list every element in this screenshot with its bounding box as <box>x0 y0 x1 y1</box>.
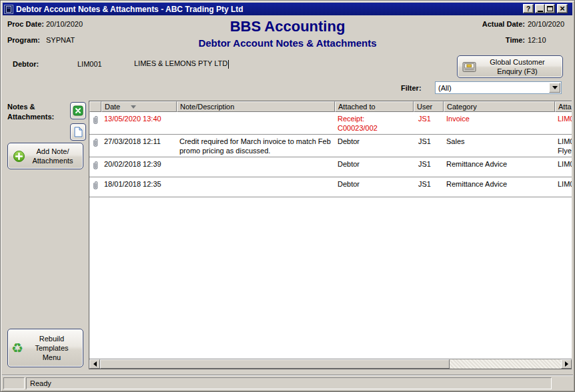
scrollbar-thumb[interactable] <box>100 359 450 369</box>
filter-dropdown[interactable]: (All) <box>435 81 562 94</box>
table-row[interactable]: 27/03/2018 12:11Credit required for Marc… <box>89 135 572 157</box>
minimize-icon <box>538 11 543 12</box>
actual-date-value: 20/10/2020 <box>528 20 564 28</box>
debtor-code[interactable]: LIM001 <box>77 60 102 68</box>
help-button[interactable]: ? <box>523 4 534 13</box>
cell-note: Credit required for March invoice to mat… <box>177 135 335 157</box>
document-icon <box>73 127 83 137</box>
cell-user: JS1 <box>414 112 444 134</box>
status-text: Ready <box>30 379 51 387</box>
column-header-label: Date <box>105 103 120 111</box>
global-customer-enquiry-button[interactable]: Global Customer Enquiry (F3) <box>457 55 563 78</box>
column-header-atta[interactable]: Atta <box>555 101 572 112</box>
cell-user: JS1 <box>414 177 444 197</box>
status-divider <box>2 375 573 376</box>
cell-note <box>177 157 335 177</box>
filter-value: (All) <box>438 84 452 92</box>
scrollbar-track[interactable] <box>450 359 561 369</box>
cell-category: Remittance Advice <box>444 177 555 197</box>
column-header-category[interactable]: Category <box>444 101 555 112</box>
table-header: DateNote/DescriptionAttached toUserCateg… <box>89 101 572 112</box>
maximize-button[interactable] <box>545 4 555 13</box>
scroll-right-button[interactable] <box>561 359 572 369</box>
table-row[interactable]: 13/05/2020 13:40Receipt: C00023/002JS1In… <box>89 112 572 135</box>
cell-attachment-icon <box>89 112 101 134</box>
recycle-icon: ♻ <box>11 341 23 355</box>
arrow-left-icon <box>93 361 97 367</box>
cell-date: 13/05/2020 13:40 <box>101 112 177 134</box>
export-excel-button[interactable] <box>70 102 86 119</box>
status-panel-main: Ready <box>26 377 552 389</box>
column-header-icon[interactable] <box>89 101 101 112</box>
scroll-left-button[interactable] <box>89 359 100 369</box>
debtor-label: Debtor: <box>13 60 39 68</box>
cell-attachment: LIM0 <box>555 112 572 134</box>
rebuild-templates-menu-button[interactable]: ♻ Rebuild Templates Menu <box>7 329 83 367</box>
arrow-right-icon <box>565 361 568 367</box>
card-file-icon <box>462 61 476 73</box>
title-bar[interactable]: Debtor Account Notes & Attachments - ABC… <box>3 3 572 15</box>
column-header-attached-to[interactable]: Attached to <box>335 101 414 112</box>
column-header-date[interactable]: Date <box>101 101 177 112</box>
plus-icon <box>13 150 25 163</box>
cell-attached_to: Debtor <box>335 177 414 197</box>
table-row[interactable]: 18/01/2018 12:35DebtorJS1Remittance Advi… <box>89 177 572 197</box>
cell-date: 18/01/2018 12:35 <box>101 177 177 197</box>
paperclip-icon <box>91 180 99 191</box>
column-header-user[interactable]: User <box>414 101 444 112</box>
status-panel-left <box>3 377 25 389</box>
column-header-label: Category <box>447 103 477 111</box>
window-title: Debtor Account Notes & Attachments - ABC… <box>16 5 243 14</box>
column-header-note-description[interactable]: Note/Description <box>177 101 335 112</box>
table-body: 13/05/2020 13:40Receipt: C00023/002JS1In… <box>89 112 572 359</box>
cell-date: 20/02/2018 12:39 <box>101 157 177 177</box>
close-icon: × <box>560 5 565 12</box>
cell-attached_to: Debtor <box>335 135 414 157</box>
cell-attachment: LIM0 <box>555 157 572 177</box>
status-bar: Ready <box>2 377 573 391</box>
paperclip-icon <box>91 137 99 149</box>
time-value: 12:10 <box>528 36 546 44</box>
horizontal-scrollbar[interactable] <box>89 359 572 369</box>
global-customer-enquiry-label: Global Customer Enquiry (F3) <box>476 57 558 76</box>
new-document-button[interactable] <box>70 123 86 141</box>
cell-attachment-icon <box>89 157 101 177</box>
cell-date: 27/03/2018 12:11 <box>101 135 177 157</box>
cell-user: JS1 <box>414 135 444 157</box>
debtor-name-field[interactable]: LIMES & LEMONS PTY LTD <box>134 59 229 69</box>
dropdown-arrow-button[interactable] <box>549 83 560 93</box>
maximize-icon <box>547 6 553 11</box>
excel-icon <box>73 105 83 116</box>
notes-table: DateNote/DescriptionAttached toUserCateg… <box>89 101 572 369</box>
cell-attached_to: Debtor <box>335 157 414 177</box>
paperclip-icon <box>91 160 99 171</box>
sort-desc-icon <box>131 105 136 109</box>
cell-user: JS1 <box>414 157 444 177</box>
cell-attachment: LIM0 Flyer <box>555 135 572 157</box>
add-note-attachments-label: Add Note/ Attachments <box>25 147 80 165</box>
notes-attachments-label: Notes & Attachments: <box>7 102 54 122</box>
cell-category: Remittance Advice <box>444 157 555 177</box>
minimize-button[interactable] <box>535 4 545 13</box>
column-header-label: Atta <box>558 103 572 111</box>
column-header-label: Note/Description <box>180 103 234 111</box>
column-header-label: Attached to <box>338 103 376 111</box>
rebuild-templates-menu-label: Rebuild Templates Menu <box>23 334 80 362</box>
cell-attachment-icon <box>89 177 101 197</box>
close-button[interactable]: × <box>557 4 568 13</box>
help-icon: ? <box>526 5 530 13</box>
text-caret <box>228 60 229 69</box>
cell-category: Invoice <box>444 112 555 134</box>
app-window: Debtor Account Notes & Attachments - ABC… <box>0 0 575 392</box>
add-note-attachments-button[interactable]: Add Note/ Attachments <box>7 143 83 169</box>
app-icon <box>4 5 13 14</box>
cell-attachment-icon <box>89 135 101 157</box>
table-row[interactable]: 20/02/2018 12:39DebtorJS1Remittance Advi… <box>89 157 572 177</box>
cell-attached_to: Receipt: C00023/002 <box>335 112 414 134</box>
paperclip-icon <box>91 115 99 126</box>
time-label: Time: <box>470 36 525 44</box>
actual-date-label: Actual Date: <box>470 20 525 28</box>
debtor-name: LIMES & LEMONS PTY LTD <box>134 59 227 67</box>
cell-attachment: LIM0 <box>555 177 572 197</box>
cell-note <box>177 177 335 197</box>
